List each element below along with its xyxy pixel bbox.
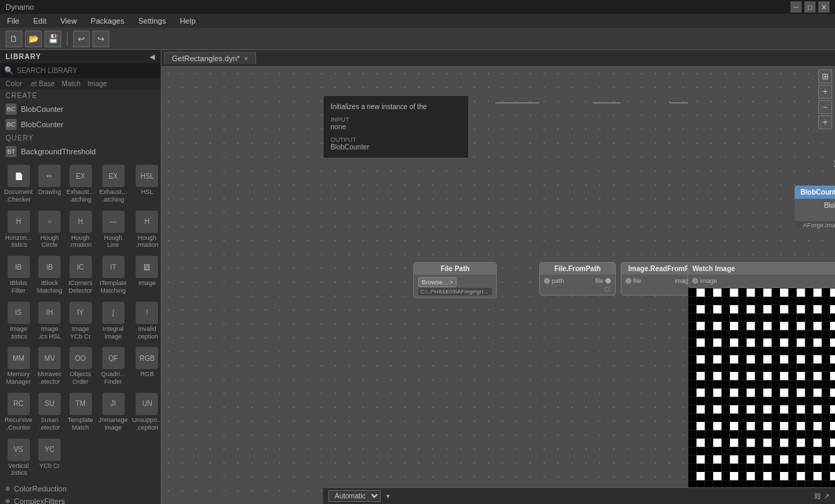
lib-item-blobcounter-2[interactable]: BC BlobCounter xyxy=(0,117,161,132)
icon-grid: 📄 Document.Checker ✏ Drawing EX Exhaust.… xyxy=(0,159,161,482)
search-input[interactable] xyxy=(17,67,157,74)
icon-cell-exhaust-2[interactable]: EX Exhaust....atching xyxy=(97,162,129,206)
icon-cell-image[interactable]: 🖼 Image xyxy=(131,253,161,298)
new-button[interactable]: 🗋 xyxy=(6,31,22,47)
canvas-right-buttons: ⊞ + − + xyxy=(816,67,835,132)
execution-dropdown[interactable]: Automatic xyxy=(328,490,381,502)
icon-cell-image-ycbcr[interactable]: IY ImageYCb Cr xyxy=(65,299,96,343)
node-file-from-path-title: File.FromPath xyxy=(540,263,615,275)
node-file-path-title: File Path xyxy=(414,263,496,275)
undo-button[interactable]: ↩ xyxy=(73,31,90,47)
icon-image-tistics: IS xyxy=(8,302,30,324)
icon-cell-recursive[interactable]: RC Recursive.Counter xyxy=(3,390,34,434)
node-watch-image-title: Watch Image image xyxy=(688,263,835,275)
node-watch-image-ports: image xyxy=(692,277,835,285)
icon-cell-exhaust-1[interactable]: EX Exhaust....atching xyxy=(65,162,96,206)
icon-cell-image-tistics[interactable]: IS Image.tistics xyxy=(3,299,34,343)
canvas-tab-close-button[interactable]: × xyxy=(244,55,248,63)
tab-jet-base[interactable]: .et Base xyxy=(26,79,58,88)
icon-cell-iblobs[interactable]: IB IBlobsFilter xyxy=(3,253,34,298)
search-bar[interactable]: 🔍 xyxy=(0,63,161,78)
menu-bar: File Edit View Packages Settings Help xyxy=(0,14,835,28)
menu-packages[interactable]: Packages xyxy=(88,17,127,25)
icon-cell-integral[interactable]: ∫ IntegralImage xyxy=(97,299,129,343)
port-label-path: path xyxy=(552,277,564,284)
icon-cell-drawing[interactable]: ✏ Drawing xyxy=(35,162,64,206)
icon-cell-ycbcr[interactable]: YC YCb Cr xyxy=(35,436,64,480)
watch-image-title-text: Watch Image xyxy=(692,265,735,273)
tab-color[interactable]: Color xyxy=(3,79,25,88)
icon-unsuppo: UN xyxy=(136,393,158,415)
icon-cell-moravec[interactable]: MV Moravec.etector xyxy=(35,344,64,389)
icon-cell-invalid[interactable]: ! Invalid.ception xyxy=(131,299,161,343)
save-button[interactable]: 💾 xyxy=(45,31,61,47)
icon-cell-doc-checker[interactable]: 📄 Document.Checker xyxy=(3,162,34,206)
category-label-complex-filters: ComplexFilters xyxy=(14,497,65,504)
lib-item-label-1: BlobCounter xyxy=(21,105,63,113)
icon-cell-objects[interactable]: OO ObjectsOrder xyxy=(65,344,96,389)
sidebar-toggle[interactable]: ◀ xyxy=(150,53,155,60)
icon-itemplate: IT xyxy=(102,256,125,278)
icon-cell-iblock[interactable]: IB IBlockMatching xyxy=(35,253,64,298)
node-blob-counter[interactable]: BlobCounter.BlobCounter BlobCounter AFor… xyxy=(795,186,835,229)
canvas-tab[interactable]: GetRectangles.dyn* × xyxy=(164,52,256,64)
lib-item-icon-1: BC xyxy=(6,104,17,115)
category-color-reduction[interactable]: ColorReduction xyxy=(0,482,161,495)
icon-template: TM xyxy=(70,393,92,415)
toolbar: 🗋 📂 💾 ↩ ↪ xyxy=(0,28,835,50)
port-dot-file-out xyxy=(605,278,611,284)
icon-cell-template[interactable]: TM TemplateMatch xyxy=(65,390,96,434)
node-file-path-value: C:\..PHASE03\AForge\grid.jpg xyxy=(418,288,492,295)
lib-item-label-bg: BackgroundThreshold xyxy=(21,147,96,156)
zoom-fit-button[interactable]: ⊞ xyxy=(818,70,832,83)
section-create[interactable]: CREATE xyxy=(0,90,161,101)
zoom-in-button[interactable]: + xyxy=(818,85,832,99)
redo-button[interactable]: ↪ xyxy=(93,31,109,47)
close-button[interactable]: ✕ xyxy=(818,1,829,13)
icon-cell-itemplate[interactable]: IT ITemplateMatching xyxy=(97,253,129,298)
icon-cell-icorners[interactable]: IC ICornersDetector xyxy=(65,253,96,298)
zoom-out-button[interactable]: − xyxy=(818,100,832,114)
menu-view[interactable]: View xyxy=(58,17,80,25)
icon-cell-vertical[interactable]: VS Vertical.tistics xyxy=(3,436,34,480)
node-file-from-path[interactable]: File.FromPath path file ☐ xyxy=(539,262,616,295)
minimize-button[interactable]: ─ xyxy=(790,1,802,13)
title-bar: Dynamo ─ □ ✕ xyxy=(0,0,835,14)
lib-item-bg-threshold[interactable]: BT BackgroundThreshold xyxy=(0,144,161,159)
icon-cell-hough-line[interactable]: — HoughLine xyxy=(97,208,129,252)
icon-integral: ∫ xyxy=(102,302,125,324)
node-file-path[interactable]: File Path Browse... > C:\..PHASE03\AForg… xyxy=(413,262,497,298)
section-query[interactable]: QUERY xyxy=(0,132,161,144)
menu-settings[interactable]: Settings xyxy=(136,17,169,25)
icon-ycbcr: YC xyxy=(38,439,61,461)
lib-item-blobcounter-1[interactable]: BC BlobCounter xyxy=(0,101,161,117)
open-button[interactable]: 📂 xyxy=(25,31,42,47)
icon-cell-image-hsl[interactable]: IH Image.ics HSL xyxy=(35,299,64,343)
icon-cell-hsl[interactable]: HSL HSL xyxy=(131,162,161,206)
icon-recursive: RC xyxy=(8,393,30,415)
icon-cell-susan[interactable]: SU Susan.etector xyxy=(35,390,64,434)
arrow-icon: ↗ xyxy=(824,492,829,500)
menu-file[interactable]: File xyxy=(4,17,22,25)
window-controls[interactable]: ─ □ ✕ xyxy=(790,1,829,13)
menu-edit[interactable]: Edit xyxy=(31,17,49,25)
icon-cell-memory[interactable]: MM MemoryManager xyxy=(3,344,34,389)
icon-cell-unsuppo[interactable]: UN Unsuppo....ception xyxy=(131,390,161,434)
node-watch-image[interactable]: Watch Image image image xyxy=(687,262,835,288)
icon-cell-hough-rmation2[interactable]: H Hough.rmation xyxy=(131,208,161,252)
cat-dot-2 xyxy=(6,499,10,503)
tab-image[interactable]: Image xyxy=(85,79,110,88)
category-complex-filters[interactable]: ComplexFilters xyxy=(0,495,161,504)
browse-button[interactable]: Browse... > xyxy=(418,277,456,287)
icon-cell-horiztistics[interactable]: H Horizon....tistics xyxy=(3,208,34,252)
icon-cell-hough-rmation[interactable]: H Hough.rmation xyxy=(65,208,96,252)
icon-cell-hough-circle[interactable]: ○ HoughCircle xyxy=(35,208,64,252)
tab-match[interactable]: Match xyxy=(59,79,84,88)
icon-cell-jnmanage[interactable]: JI JnmanageImage xyxy=(97,390,129,434)
zoom-custom-button[interactable]: + xyxy=(818,115,832,129)
icon-cell-quadri[interactable]: QF Quadri...Finder xyxy=(97,344,129,389)
icon-cell-rgb[interactable]: RGB RGB xyxy=(131,344,161,389)
icon-hough-rmation: H xyxy=(70,211,92,233)
maximize-button[interactable]: □ xyxy=(804,1,816,13)
menu-help[interactable]: Help xyxy=(177,17,198,25)
